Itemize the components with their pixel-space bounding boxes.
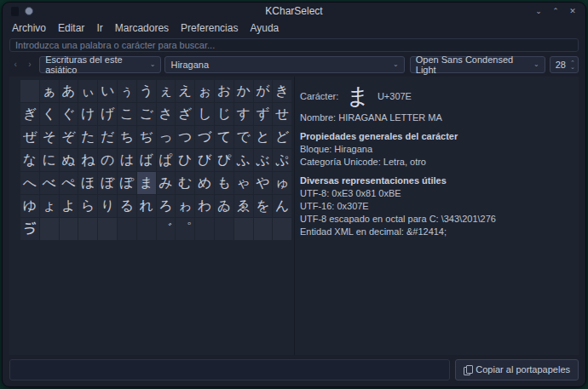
char-cell[interactable]: に — [40, 149, 59, 171]
maximize-icon[interactable]: ⌃ — [551, 6, 560, 16]
char-cell[interactable]: ま — [137, 172, 156, 194]
char-cell[interactable]: ぱ — [157, 149, 176, 171]
back-button[interactable]: ‹ — [9, 57, 22, 72]
char-cell[interactable]: り — [98, 195, 117, 217]
char-cell[interactable]: け — [78, 103, 97, 125]
char-cell[interactable] — [273, 218, 291, 240]
char-cell[interactable]: ぜ — [20, 126, 39, 148]
char-cell[interactable]: ぬ — [60, 149, 78, 171]
char-cell[interactable]: ひ — [176, 149, 194, 171]
char-cell[interactable]: を — [254, 195, 273, 217]
menu-archivo[interactable]: Archivo — [6, 22, 52, 34]
char-cell[interactable]: ば — [137, 149, 156, 171]
char-cell[interactable] — [60, 218, 78, 240]
menu-editar[interactable]: Editar — [52, 22, 90, 34]
char-cell[interactable]: ぽ — [118, 172, 136, 194]
titlebar[interactable]: KCharSelect ⌄ ⌃ ✕ — [3, 3, 585, 20]
char-cell[interactable]: ぶ — [254, 149, 273, 171]
char-cell[interactable]: め — [195, 172, 214, 194]
char-cell[interactable]: ど — [273, 126, 291, 148]
char-cell[interactable]: ゚ — [137, 218, 156, 240]
char-cell[interactable]: い — [98, 80, 117, 102]
char-cell[interactable]: ご — [137, 103, 156, 125]
char-cell[interactable]: む — [176, 172, 194, 194]
char-cell[interactable]: ほ — [78, 172, 97, 194]
spin-down-icon[interactable]: ⌄ — [570, 65, 575, 69]
char-cell[interactable]: る — [118, 195, 136, 217]
char-cell[interactable]: ぷ — [273, 149, 291, 171]
char-cell[interactable]: ぢ — [137, 126, 156, 148]
char-cell[interactable]: ね — [78, 149, 97, 171]
char-cell[interactable]: ゝ — [195, 218, 214, 240]
char-cell[interactable]: れ — [137, 195, 156, 217]
char-cell[interactable]: ゎ — [176, 195, 194, 217]
char-cell[interactable]: ゜ — [176, 218, 194, 240]
menu-ayuda[interactable]: Ayuda — [244, 22, 285, 34]
char-cell[interactable]: づ — [195, 126, 214, 148]
char-cell[interactable]: ぞ — [60, 126, 78, 148]
menu-ir[interactable]: Ir — [90, 22, 108, 34]
char-cell[interactable]: ゑ — [234, 195, 253, 217]
copy-to-clipboard-button[interactable]: Copiar al portapapeles — [455, 359, 579, 380]
char-cell[interactable]: っ — [157, 126, 176, 148]
char-cell[interactable]: ゙ — [118, 218, 136, 240]
char-cell[interactable]: ょ — [40, 195, 59, 217]
char-cell[interactable]: も — [215, 172, 233, 194]
char-cell[interactable] — [20, 80, 39, 102]
char-cell[interactable]: ゛ — [157, 218, 176, 240]
close-icon[interactable]: ✕ — [568, 6, 577, 16]
char-cell[interactable]: だ — [98, 126, 117, 148]
char-cell[interactable]: さ — [157, 103, 176, 125]
char-cell[interactable]: お — [215, 80, 233, 102]
char-cell[interactable]: し — [195, 103, 214, 125]
search-input[interactable] — [9, 38, 579, 52]
char-cell[interactable]: て — [215, 126, 233, 148]
char-cell[interactable]: ぼ — [98, 172, 117, 194]
menu-preferencias[interactable]: Preferencias — [175, 22, 244, 34]
char-cell[interactable]: で — [234, 126, 253, 148]
block-select[interactable]: Hiragana ⌄ — [164, 56, 404, 73]
char-cell[interactable]: こ — [118, 103, 136, 125]
char-cell[interactable]: ゔ — [20, 218, 39, 240]
char-cell[interactable]: ゅ — [273, 172, 291, 194]
char-cell[interactable]: つ — [176, 126, 194, 148]
char-cell[interactable]: へ — [20, 172, 39, 194]
font-size-stepper[interactable]: 28 ⌃ ⌄ — [550, 56, 579, 73]
char-cell[interactable]: や — [254, 172, 273, 194]
char-cell[interactable]: せ — [273, 103, 291, 125]
char-cell[interactable]: ゃ — [234, 172, 253, 194]
char-cell[interactable]: は — [118, 149, 136, 171]
char-cell[interactable]: べ — [40, 172, 59, 194]
char-cell[interactable]: き — [273, 80, 291, 102]
char-cell[interactable]: ぁ — [40, 80, 59, 102]
char-cell[interactable]: ざ — [176, 103, 194, 125]
char-cell[interactable]: な — [20, 149, 39, 171]
char-cell[interactable]: ろ — [157, 195, 176, 217]
char-cell[interactable]: ゞ — [215, 218, 233, 240]
char-cell[interactable] — [98, 218, 117, 240]
char-cell[interactable]: の — [98, 149, 117, 171]
char-cell[interactable]: ん — [273, 195, 291, 217]
char-cell[interactable] — [254, 218, 273, 240]
char-cell[interactable]: ぺ — [60, 172, 78, 194]
char-cell[interactable]: ぇ — [157, 80, 176, 102]
char-cell[interactable]: ゐ — [215, 195, 233, 217]
forward-button[interactable]: › — [24, 57, 37, 72]
char-cell[interactable]: す — [234, 103, 253, 125]
char-cell[interactable]: と — [254, 126, 273, 148]
char-cell[interactable]: ち — [118, 126, 136, 148]
char-cell[interactable] — [78, 218, 97, 240]
script-select[interactable]: Escrituras del este asiático ⌄ — [39, 56, 161, 73]
char-cell[interactable]: か — [234, 80, 253, 102]
char-cell[interactable]: く — [40, 103, 59, 125]
char-cell[interactable]: そ — [40, 126, 59, 148]
char-cell[interactable]: ぃ — [78, 80, 97, 102]
char-cell[interactable]: げ — [98, 103, 117, 125]
char-cell[interactable]: わ — [195, 195, 214, 217]
char-cell[interactable]: ぅ — [118, 80, 136, 102]
char-cell[interactable]: じ — [215, 103, 233, 125]
char-cell[interactable]: ふ — [234, 149, 253, 171]
char-cell[interactable]: ぐ — [60, 103, 78, 125]
menu-marcadores[interactable]: Marcadores — [109, 22, 175, 34]
char-cell[interactable]: ず — [254, 103, 273, 125]
